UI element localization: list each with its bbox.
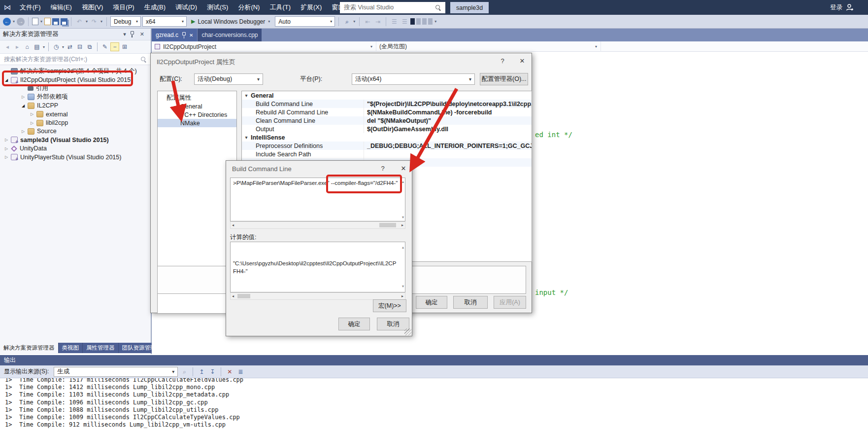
horizontal-scrollbar[interactable]: ◂ ▸ [230, 221, 405, 229]
debug-target-mode-dropdown[interactable]: Auto ▾ [275, 16, 335, 27]
switch-views-dropdown-icon[interactable]: ▾ [42, 45, 45, 49]
tree-item[interactable]: UnityPlayerStub (Visual Studio 2015) [0, 153, 151, 161]
undo-button[interactable]: ↶ [75, 17, 84, 26]
home-icon[interactable]: ⌂ [23, 42, 32, 51]
undo-dropdown-icon[interactable]: ▾ [85, 19, 88, 24]
expander-icon[interactable] [20, 95, 27, 99]
view-class-diagram-icon[interactable]: ⊞ [120, 42, 129, 51]
navigate-forward-button[interactable]: → [17, 18, 25, 26]
configuration-dropdown[interactable]: 活动(Debug) ▾ [194, 73, 263, 85]
quick-search-input[interactable]: 搜索 Visual Studio [340, 2, 445, 13]
cancel-button[interactable]: 取消 [453, 296, 488, 309]
redo-button[interactable]: ↷ [90, 17, 99, 26]
horizontal-scrollbar[interactable]: ◂ ▸ [230, 292, 405, 300]
menu-item[interactable]: 编辑(E) [46, 0, 77, 15]
expander-icon[interactable] [29, 112, 35, 116]
scroll-left-icon[interactable]: ◂ [232, 223, 234, 227]
expander-icon[interactable] [3, 78, 10, 82]
property-value[interactable] [364, 91, 532, 100]
tree-item[interactable]: UnityData [0, 144, 151, 153]
sync-with-active-document-icon[interactable]: ⇄ [66, 42, 74, 51]
resize-grip[interactable] [404, 328, 411, 335]
close-dialog-icon[interactable]: ✕ [398, 165, 409, 172]
property-value[interactable] [364, 133, 532, 142]
menu-item[interactable]: 项目(P) [108, 0, 139, 15]
tree-item[interactable]: 解决方案"sample3d"(第 4 个项目，共 4 个) [0, 67, 151, 75]
toolbar-overflow-icon[interactable]: ▾ [434, 19, 437, 24]
project-scope-dropdown[interactable]: Il2CppOutputProject ▾ [152, 41, 376, 52]
property-category-item[interactable]: General [158, 102, 236, 110]
find-in-files-icon[interactable]: ⌕ [342, 17, 351, 26]
preview-selected-items-toggle[interactable]: − [110, 42, 119, 51]
ok-button[interactable]: 确定 [338, 318, 370, 330]
scroll-right-icon[interactable]: ▸ [401, 294, 403, 298]
menu-item[interactable]: 生成(B) [139, 0, 170, 15]
scroll-down-icon[interactable]: ▾ [402, 215, 404, 219]
property-category-item[interactable]: NMake [158, 119, 236, 127]
save-all-button[interactable] [61, 18, 67, 25]
menu-item[interactable]: 扩展(X) [296, 0, 327, 15]
solution-explorer-search-input[interactable]: 搜索解决方案资源管理器(Ctrl+;) [0, 54, 151, 65]
ok-button[interactable]: 确定 [416, 296, 447, 309]
scroll-left-icon[interactable]: ◂ [232, 294, 234, 298]
window-position-icon[interactable]: ▾ [120, 31, 130, 37]
menu-item[interactable]: 工具(T) [265, 0, 296, 15]
close-panel-icon[interactable]: ✕ [136, 31, 148, 37]
sign-in-button[interactable]: 登录 [830, 0, 854, 15]
collapse-all-icon[interactable]: ⊟ [75, 42, 84, 51]
start-debugging-button[interactable]: ▶ Local Windows Debugger ▾ [188, 16, 273, 27]
platform-dropdown[interactable]: 活动(x64) ▾ [352, 73, 475, 85]
new-project-dropdown-icon[interactable]: ▾ [40, 19, 43, 24]
tree-item[interactable]: IL2CPP [0, 102, 151, 110]
scroll-down-icon[interactable]: ▾ [402, 283, 404, 290]
tool-window-tab[interactable]: 类视图 [59, 343, 83, 353]
menu-item[interactable]: 调试(D) [170, 0, 202, 15]
property-row[interactable]: ▾ Rebuild All Command Line $(NMakeBuildC… [242, 108, 532, 116]
tree-item[interactable]: external [0, 110, 151, 118]
tree-item[interactable]: Source [0, 127, 151, 136]
show-all-files-icon[interactable]: ✎ [100, 42, 109, 51]
property-row[interactable]: ▾ Clean Command Line del "$(NMakeOutput)… [242, 116, 532, 125]
macros-button[interactable]: 宏(M)>> [373, 299, 406, 312]
previous-message-icon[interactable]: ↥ [197, 367, 206, 376]
expander-icon[interactable] [3, 146, 10, 151]
output-source-dropdown[interactable]: 生成 ▾ [54, 367, 178, 377]
find-dropdown-icon[interactable]: ▾ [353, 19, 356, 24]
help-icon[interactable]: ? [497, 57, 508, 65]
scrollbar-thumb[interactable] [379, 223, 396, 227]
property-row[interactable]: ▾ General [242, 91, 532, 100]
next-message-icon[interactable]: ↧ [208, 367, 217, 376]
close-tab-icon[interactable]: ✕ [189, 33, 193, 38]
scroll-right-icon[interactable]: ▸ [401, 223, 403, 227]
scroll-up-icon[interactable]: ▴ [402, 180, 404, 184]
solution-explorer-header[interactable]: 解决方案资源管理器 ▾ ✕ [0, 29, 151, 40]
property-row[interactable]: ▾ Build Command Line "$(ProjectDir)\IL2C… [242, 100, 532, 108]
expander-icon[interactable] [20, 104, 27, 108]
output-panel-header[interactable]: 输出 [0, 355, 868, 365]
expander-icon[interactable] [3, 138, 10, 142]
document-tab[interactable]: gzread.c ✕ [152, 29, 197, 41]
expander-icon[interactable] [20, 129, 27, 134]
output-log[interactable]: 1> Time Compile: 1517 milliseconds Il2Cp… [0, 378, 868, 432]
tree-item[interactable]: 外部依赖项 [0, 93, 151, 101]
tree-item[interactable]: libil2cpp [0, 118, 151, 127]
redo-dropdown-icon[interactable]: ▾ [100, 19, 103, 24]
filter-dropdown-icon[interactable]: ▾ [62, 45, 65, 49]
solution-configuration-dropdown[interactable]: Debug ▾ [110, 16, 141, 27]
property-row[interactable]: ▾ IntelliSense [242, 133, 532, 142]
navigate-back-dropdown-icon[interactable]: ▾ [12, 19, 15, 24]
close-dialog-icon[interactable]: ✕ [517, 57, 528, 65]
navigate-back-button[interactable]: ← [3, 18, 11, 26]
property-row[interactable]: ▾ Preprocessor Definitions _DEBUG;DEBUG;… [242, 142, 532, 150]
menu-item[interactable]: 视图(V) [77, 0, 108, 15]
command-line-edit-box[interactable]: >P\MapFileParser\MapFileParser.exe" --co… [230, 178, 405, 221]
scrollbar-thumb[interactable] [237, 294, 250, 298]
expander-icon[interactable] [29, 121, 35, 125]
new-project-button[interactable] [32, 18, 38, 25]
property-category-item[interactable]: VC++ Directories [158, 110, 236, 119]
toggle-bookmark-button[interactable] [410, 18, 415, 25]
property-value[interactable]: _DEBUG;DEBUG;ALL_INTERIOR_POINTERS=1;GC_… [364, 142, 532, 150]
toggle-word-wrap-icon[interactable]: ≣ [236, 367, 245, 376]
save-button[interactable] [52, 18, 59, 25]
pin-tab-icon[interactable] [181, 32, 186, 38]
